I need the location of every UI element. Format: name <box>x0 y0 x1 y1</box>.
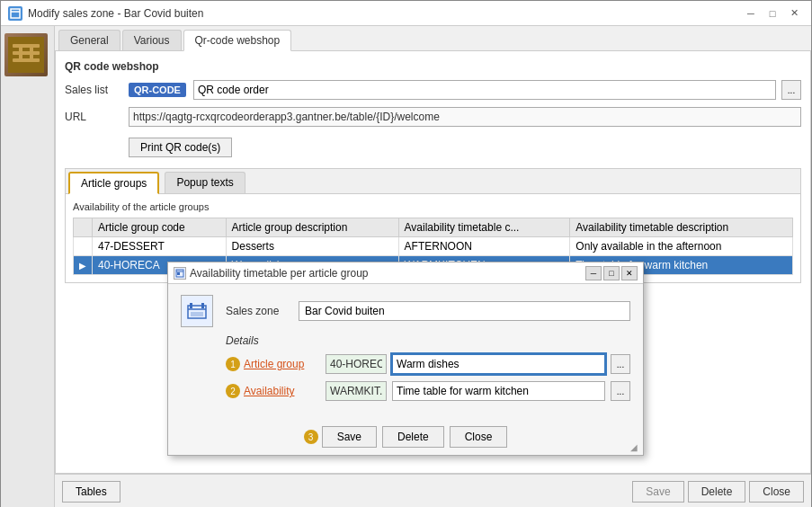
cell-timetable-desc: Only available in the afternoon <box>570 237 793 256</box>
modal-sales-zone-label: Sales zone <box>226 305 293 317</box>
svg-rect-15 <box>191 312 203 316</box>
url-input[interactable] <box>129 107 801 127</box>
modal-article-group-label[interactable]: Article group <box>244 358 304 370</box>
svg-rect-7 <box>30 44 33 62</box>
print-qr-button[interactable]: Print QR code(s) <box>129 138 232 157</box>
modal-close-x[interactable]: ✕ <box>621 266 638 280</box>
print-row: Print QR code(s) <box>65 134 801 157</box>
qr-section-title: QR code webshop <box>65 60 801 73</box>
modal-resize-handle[interactable]: ◢ <box>630 442 639 451</box>
modal-icon <box>174 267 186 280</box>
qr-ellipsis-button[interactable]: ... <box>781 80 801 100</box>
minimize-button[interactable]: ─ <box>741 4 761 22</box>
svg-rect-13 <box>190 303 192 308</box>
inner-tab-bar: Article groups Popup texts <box>66 169 800 194</box>
modal-sales-zone-input[interactable] <box>299 301 630 321</box>
url-row: URL <box>65 107 801 127</box>
close-window-button[interactable]: ✕ <box>784 4 804 22</box>
modal-article-ellipsis[interactable]: ... <box>611 354 630 374</box>
modal-availability-code-input[interactable] <box>326 381 387 401</box>
qr-code-badge: QR-CODE <box>129 83 186 97</box>
modal-dialog: Availability timetable per article group… <box>167 262 644 456</box>
modal-availability-ellipsis[interactable]: ... <box>611 381 630 401</box>
cell-timetable: AFTERNOON <box>398 237 570 256</box>
modal-title-left: Availability timetable per article group <box>174 267 369 280</box>
tab-various[interactable]: Various <box>122 30 182 50</box>
maximize-button[interactable]: □ <box>763 4 782 22</box>
tab-general[interactable]: General <box>58 30 120 50</box>
cell-code: 47-DESSERT <box>93 237 227 256</box>
tab-bar: General Various Qr-code webshop <box>55 26 811 51</box>
modal-title-bar: Availability timetable per article group… <box>168 262 643 284</box>
svg-rect-10 <box>177 272 180 275</box>
tab-article-groups[interactable]: Article groups <box>68 172 159 194</box>
table-header-row: Article group code Article group descrip… <box>74 218 793 237</box>
col-desc: Article group description <box>226 218 398 237</box>
window-title: Modify sales zone - Bar Covid buiten <box>28 7 203 20</box>
modal-zone-icon <box>181 295 213 327</box>
tables-button[interactable]: Tables <box>62 481 120 503</box>
modal-article-group-row: 1 Article group ... <box>226 354 630 374</box>
number-badge-1: 1 <box>226 357 240 371</box>
avatar <box>4 33 48 76</box>
title-bar: Modify sales zone - Bar Covid buiten ─ □… <box>1 1 811 26</box>
bottom-bar: Tables Save Delete Close <box>55 474 811 507</box>
bottom-bar-left: Tables <box>62 481 120 503</box>
tab-qr-code[interactable]: Qr-code webshop <box>183 30 292 51</box>
modal-availability-label[interactable]: Availability <box>244 385 294 397</box>
modal-availability-row: 2 Availability ... <box>226 381 630 401</box>
url-label: URL <box>65 111 123 123</box>
modal-save-button[interactable]: Save <box>322 426 377 448</box>
modal-details-title: Details <box>226 334 630 347</box>
save-number-wrap: 3 Save <box>304 426 377 448</box>
modal-sales-zone-row: Sales zone <box>181 295 630 327</box>
avatar-image <box>4 33 48 76</box>
svg-rect-5 <box>13 58 40 62</box>
modal-controls: ─ □ ✕ <box>585 266 638 280</box>
svg-rect-3 <box>13 44 40 48</box>
number-badge-3: 3 <box>304 430 318 444</box>
row-indicator <box>74 237 93 256</box>
table-row[interactable]: 47-DESSERT Desserts AFTERNOON Only avail… <box>74 237 793 256</box>
window-controls: ─ □ ✕ <box>741 4 804 22</box>
sales-list-label: Sales list <box>65 84 123 96</box>
left-panel <box>1 26 55 507</box>
availability-title: Availability of the article groups <box>73 201 793 212</box>
modal-article-label-wrap: 1 Article group <box>226 357 320 371</box>
modal-article-code-input[interactable] <box>326 354 387 374</box>
modal-content: Sales zone Details 1 Article group . <box>168 284 643 419</box>
sales-list-row: Sales list QR-CODE ... <box>65 80 801 100</box>
bottom-bar-right: Save Delete Close <box>632 481 804 503</box>
modal-details-area: Details 1 Article group ... <box>226 334 630 401</box>
svg-rect-14 <box>201 303 204 308</box>
delete-button-main[interactable]: Delete <box>688 481 746 503</box>
qr-code-input[interactable] <box>193 80 776 100</box>
svg-rect-6 <box>19 44 22 62</box>
number-badge-2: 2 <box>226 384 240 398</box>
modal-close-button[interactable]: Close <box>450 426 508 448</box>
tab-popup-texts[interactable]: Popup texts <box>165 172 245 193</box>
svg-rect-0 <box>11 9 20 18</box>
col-indicator <box>74 218 93 237</box>
modal-article-desc-input[interactable] <box>392 354 605 374</box>
modal-maximize[interactable]: □ <box>603 266 620 280</box>
modal-availability-desc-input[interactable] <box>392 381 605 401</box>
modal-title-text: Availability timetable per article group <box>190 267 369 280</box>
modal-footer: 3 Save Delete Close <box>168 419 643 455</box>
col-code: Article group code <box>93 218 227 237</box>
app-icon <box>8 6 22 21</box>
svg-rect-4 <box>13 51 40 55</box>
save-button-main[interactable]: Save <box>632 481 683 503</box>
modal-minimize[interactable]: ─ <box>585 266 602 280</box>
close-button-main[interactable]: Close <box>749 481 804 503</box>
modal-availability-label-wrap: 2 Availability <box>226 384 320 398</box>
cell-desc: Desserts <box>226 237 398 256</box>
row-arrow: ▶ <box>74 256 93 275</box>
col-timetable-desc: Availability timetable description <box>570 218 793 237</box>
col-timetable: Availability timetable c... <box>398 218 570 237</box>
modal-delete-button[interactable]: Delete <box>382 426 444 448</box>
